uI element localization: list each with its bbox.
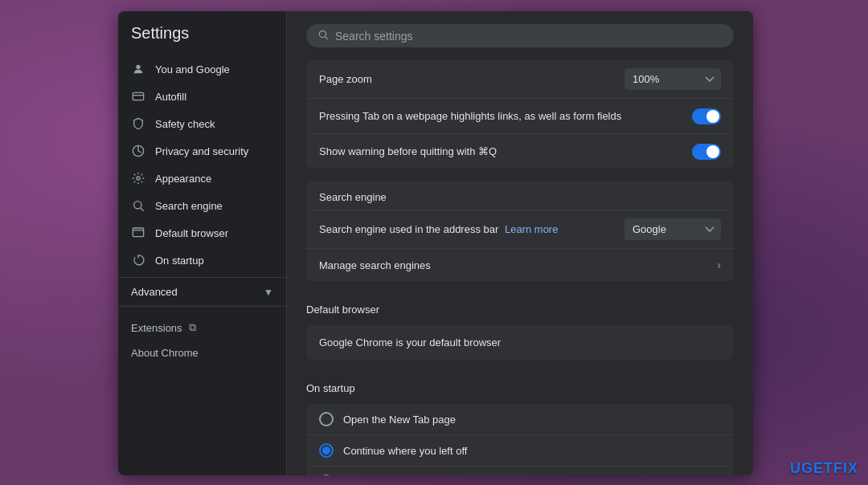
page-zoom-dropdown[interactable]: 100% 75% 90% 110% 125% 150% — [624, 68, 721, 90]
manage-search-engines-row[interactable]: Manage search engines › — [306, 248, 734, 281]
search-bar — [306, 24, 734, 47]
sidebar-item-label: Search engine — [155, 200, 267, 212]
startup-option-specific-page[interactable]: Open a specific page or set of pages — [306, 466, 734, 475]
radio-continue[interactable] — [319, 443, 334, 458]
radio-new-tab[interactable] — [319, 412, 334, 426]
default-browser-title: Default browser — [306, 294, 734, 322]
advanced-section[interactable]: Advanced ▼ — [118, 281, 286, 303]
sidebar-item-search-engine[interactable]: Search engine — [118, 192, 280, 219]
watermark-suffix: TFIX — [824, 460, 858, 476]
main-content: Page zoom 100% 75% 90% 110% 125% 150% Pr… — [287, 11, 753, 475]
page-zoom-label: Page zoom — [319, 73, 624, 85]
page-zoom-dropdown-wrapper: 100% 75% 90% 110% 125% 150% — [624, 68, 721, 90]
sidebar-item-privacy-security[interactable]: Privacy and security — [118, 137, 280, 165]
search-engine-group: Search engine Search engine used in the … — [306, 181, 734, 281]
sidebar-bottom: Extensions ⧉ About Chrome — [118, 316, 286, 364]
quit-warning-row: Show warning before quitting with ⌘Q — [306, 133, 734, 169]
sidebar-item-on-startup[interactable]: On startup — [118, 247, 280, 274]
sidebar-item-label: Safety check — [155, 118, 267, 130]
sidebar-item-label: Appearance — [155, 173, 267, 185]
startup-option-new-tab[interactable]: Open the New Tab page — [306, 404, 734, 434]
default-browser-message: Google Chrome is your default browser — [319, 336, 501, 348]
search-engine-label: Search engine used in the address bar Le… — [319, 223, 624, 235]
on-startup-title: On startup — [306, 373, 734, 401]
search-input[interactable] — [335, 30, 723, 43]
credit-card-icon — [131, 89, 145, 104]
sidebar-item-safety-check[interactable]: Safety check — [118, 110, 280, 137]
shield-icon — [131, 116, 145, 131]
sidebar-item-autofill[interactable]: Autofill — [118, 83, 280, 110]
sidebar-item-label: Autofill — [155, 91, 267, 103]
search-icon — [131, 198, 145, 213]
sidebar-item-default-browser[interactable]: Default browser — [118, 219, 280, 247]
about-chrome-label: About Chrome — [131, 347, 199, 359]
default-browser-section: Default browser Google Chrome is your de… — [306, 294, 734, 360]
sidebar-item-label: Default browser — [155, 227, 267, 239]
general-settings-group: Page zoom 100% 75% 90% 110% 125% 150% Pr… — [306, 60, 734, 169]
sidebar-item-appearance[interactable]: Appearance — [118, 165, 280, 192]
svg-point-5 — [134, 202, 141, 209]
sidebar-item-label: Privacy and security — [155, 145, 267, 157]
on-startup-group: Open the New Tab page Continue where you… — [306, 404, 734, 475]
watermark-highlight: E — [813, 460, 824, 476]
svg-line-6 — [141, 208, 144, 211]
chevron-right-icon: › — [717, 259, 721, 271]
power-icon — [131, 253, 145, 267]
learn-more-link[interactable]: Learn more — [505, 223, 558, 235]
page-zoom-row: Page zoom 100% 75% 90% 110% 125% 150% — [306, 60, 734, 98]
appearance-icon — [131, 171, 145, 185]
search-engine-dropdown[interactable]: Google Bing DuckDuckGo Yahoo — [624, 218, 721, 240]
sidebar-divider — [118, 277, 286, 278]
privacy-icon — [131, 144, 145, 158]
search-engine-dropdown-wrapper: Google Bing DuckDuckGo Yahoo — [624, 218, 721, 240]
settings-window: Settings You and Google Autofill Safety … — [118, 11, 753, 475]
person-icon — [131, 62, 145, 76]
on-startup-section: On startup Open the New Tab page Continu… — [306, 373, 734, 475]
svg-rect-7 — [133, 228, 143, 237]
default-browser-box: Google Chrome is your default browser — [306, 325, 734, 360]
sidebar-item-label: On startup — [155, 255, 267, 267]
search-engine-title: Search engine — [306, 181, 734, 210]
sidebar-item-extensions[interactable]: Extensions ⧉ — [131, 316, 273, 339]
svg-point-4 — [137, 177, 140, 180]
startup-new-tab-label: Open the New Tab page — [343, 414, 456, 426]
advanced-label: Advanced — [131, 286, 257, 298]
search-engine-row: Search engine used in the address bar Le… — [306, 210, 734, 248]
watermark: UGETFIX — [790, 460, 858, 477]
chevron-down-icon: ▼ — [264, 287, 273, 298]
tab-highlight-label: Pressing Tab on a webpage highlights lin… — [319, 110, 692, 122]
svg-line-10 — [326, 37, 328, 39]
svg-point-9 — [319, 31, 326, 37]
sidebar-divider2 — [118, 306, 286, 307]
settings-title: Settings — [118, 21, 286, 55]
svg-rect-1 — [133, 92, 143, 100]
sidebar-item-about-chrome[interactable]: About Chrome — [131, 342, 273, 364]
radio-specific-page[interactable] — [319, 475, 334, 475]
browser-icon — [131, 226, 145, 240]
tab-highlight-row: Pressing Tab on a webpage highlights lin… — [306, 98, 734, 133]
extensions-label: Extensions — [131, 322, 182, 334]
sidebar-item-you-and-google[interactable]: You and Google — [118, 55, 280, 83]
startup-continue-label: Continue where you left off — [343, 445, 467, 457]
watermark-prefix: UG — [790, 460, 813, 476]
tab-highlight-toggle[interactable] — [692, 108, 721, 124]
quit-warning-toggle[interactable] — [692, 144, 721, 160]
sidebar: Settings You and Google Autofill Safety … — [118, 11, 287, 475]
svg-point-0 — [136, 65, 140, 69]
search-icon — [317, 29, 329, 43]
external-link-icon: ⧉ — [189, 321, 196, 334]
quit-warning-label: Show warning before quitting with ⌘Q — [319, 145, 692, 157]
startup-option-continue[interactable]: Continue where you left off — [306, 434, 734, 466]
manage-search-engines-label: Manage search engines — [319, 259, 717, 271]
sidebar-item-label: You and Google — [155, 63, 267, 75]
